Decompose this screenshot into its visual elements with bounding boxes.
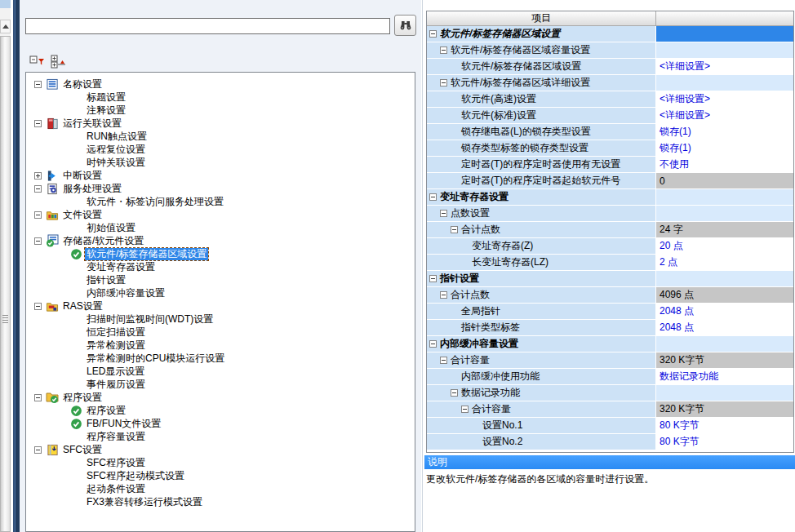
search-input[interactable] <box>25 18 390 34</box>
grid-item-cell[interactable]: 指针类型标签 <box>427 320 656 336</box>
tree-item[interactable]: 软元件/标签存储器区域设置 <box>26 247 415 260</box>
grid-item-cell[interactable]: 软元件/标签存储器区域设置 <box>427 26 656 42</box>
tree-item[interactable]: RAS设置 <box>26 299 415 313</box>
tree-item[interactable]: 程序设置 <box>26 404 415 417</box>
grid-item-cell[interactable]: 变址寄存器设置 <box>427 189 656 206</box>
tree-item[interactable]: 文件设置 <box>26 208 415 221</box>
tree-item[interactable]: SFC程序设置 <box>26 456 415 469</box>
tree-item[interactable]: RUN触点设置 <box>26 130 415 143</box>
tree-item[interactable]: 指针设置 <box>26 273 415 286</box>
collapse-icon[interactable] <box>34 211 42 219</box>
collapse-icon[interactable] <box>429 275 437 282</box>
grid-value-cell[interactable]: <详细设置> <box>656 108 793 124</box>
tree-item[interactable]: 异常检测时的CPU模块运行设置 <box>26 352 415 365</box>
tree-item[interactable]: 程序容量设置 <box>26 430 415 443</box>
tree-item[interactable]: 时钟关联设置 <box>26 156 415 169</box>
collapse-icon[interactable] <box>461 406 469 413</box>
tree-item[interactable]: 扫描时间监视时间(WDT)设置 <box>26 313 415 326</box>
tree-item[interactable]: SFC程序起动模式设置 <box>26 469 415 482</box>
grid-item-cell[interactable]: 软元件/标签存储器区域设置 <box>427 59 656 75</box>
grid-item-cell[interactable]: 变址寄存器(Z) <box>427 238 656 255</box>
grid-value-cell[interactable]: 80 K字节 <box>656 418 793 434</box>
collapse-icon[interactable] <box>34 81 42 88</box>
collapse-tree-button[interactable] <box>29 54 46 69</box>
collapse-icon[interactable] <box>34 237 42 245</box>
tree-item[interactable]: 名称设置 <box>26 78 415 91</box>
grid-item-cell[interactable]: 设置No.1 <box>427 418 656 434</box>
grid-item-cell[interactable]: 软元件/标签存储器区域详细设置 <box>427 75 656 91</box>
search-button[interactable] <box>394 15 416 36</box>
tree-item[interactable]: LED显示设置 <box>26 365 415 378</box>
collapse-icon[interactable] <box>440 210 447 217</box>
tree-item[interactable]: 远程复位设置 <box>26 143 415 156</box>
grid-item-cell[interactable]: 内部缓冲使用功能 <box>427 369 656 385</box>
tree-item[interactable]: 运行关联设置 <box>26 117 415 130</box>
tree-item[interactable]: 内部缓冲容量设置 <box>26 286 415 299</box>
grid-item-cell[interactable]: 设置No.2 <box>427 434 656 450</box>
grid-value-cell[interactable]: 锁存(1) <box>656 140 793 157</box>
grid-item-cell[interactable]: 合计容量 <box>427 352 656 369</box>
grid-value-cell[interactable] <box>656 26 793 42</box>
collapse-icon[interactable] <box>34 303 42 310</box>
collapse-icon[interactable] <box>34 394 42 401</box>
tree-item[interactable]: 服务处理设置 <box>26 182 415 195</box>
grid-value-cell[interactable]: <详细设置> <box>656 59 793 75</box>
grid-item-cell[interactable]: 长变址寄存器(LZ) <box>427 255 656 271</box>
tree-item[interactable]: 程序设置 <box>26 391 415 404</box>
grid-item-cell[interactable]: 全局指针 <box>427 304 656 320</box>
grid-value-cell[interactable]: 2048 点 <box>656 304 793 320</box>
collapse-icon[interactable] <box>451 389 458 397</box>
collapse-icon[interactable] <box>429 340 437 348</box>
tree-item[interactable]: 中断设置 <box>26 169 415 182</box>
tree-item[interactable]: 事件履历设置 <box>26 378 415 391</box>
grid-item-cell[interactable]: 指针设置 <box>427 271 656 287</box>
grid-value-cell[interactable]: 20 点 <box>656 238 793 255</box>
grid-value-cell[interactable]: 2 点 <box>656 255 793 271</box>
grid-item-cell[interactable]: 合计容量 <box>427 401 656 418</box>
grid-item-cell[interactable]: 软元件(高速)设置 <box>427 91 656 108</box>
tree-item[interactable]: 初始值设置 <box>26 221 415 234</box>
grid-item-cell[interactable]: 合计点数 <box>427 222 656 238</box>
grid-item-cell[interactable]: 软元件/标签存储器区域容量设置 <box>427 42 656 59</box>
collapse-icon[interactable] <box>429 30 437 38</box>
grid-item-cell[interactable]: 数据记录功能 <box>427 385 656 401</box>
grid-value-cell[interactable]: 不使用 <box>656 157 793 173</box>
grid-item-cell[interactable]: 点数设置 <box>427 206 656 222</box>
grid-item-cell[interactable]: 定时器(T)的程序定时器起始软元件号 <box>427 173 656 189</box>
tree-item[interactable]: 变址寄存器设置 <box>26 260 415 273</box>
expand-icon[interactable] <box>34 172 42 180</box>
tree-item[interactable]: 注释设置 <box>26 104 415 117</box>
expand-tree-button[interactable] <box>51 54 67 69</box>
tree-item[interactable]: 软元件・标签访问服务处理设置 <box>26 195 415 208</box>
collapse-icon[interactable] <box>440 47 447 54</box>
expand-pane-button[interactable] <box>0 20 11 33</box>
tree-item[interactable]: 标题设置 <box>26 91 415 104</box>
pane-splitter-track[interactable] <box>0 36 11 532</box>
collapse-icon[interactable] <box>440 357 447 364</box>
grid-value-cell[interactable]: <详细设置> <box>656 91 793 108</box>
tree-item[interactable]: FX3兼容转移运行模式设置 <box>26 495 415 508</box>
grid-value-cell[interactable]: 数据记录功能 <box>656 369 793 385</box>
tree-item[interactable]: FB/FUN文件设置 <box>26 417 415 430</box>
grid-value-cell[interactable]: 2048 点 <box>656 320 793 336</box>
panel-separator[interactable] <box>422 0 423 532</box>
grid-item-cell[interactable]: 锁存类型标签的锁存类型设置 <box>427 140 656 157</box>
collapse-icon[interactable] <box>440 291 447 299</box>
grid-item-cell[interactable]: 内部缓冲容量设置 <box>427 336 656 352</box>
grid-item-cell[interactable]: 软元件(标准)设置 <box>427 108 656 124</box>
grid-value-cell[interactable]: 锁存(1) <box>656 124 793 140</box>
collapse-icon[interactable] <box>440 79 447 86</box>
collapse-icon[interactable] <box>34 446 42 454</box>
collapse-icon[interactable] <box>34 185 42 193</box>
tree-item[interactable]: 恒定扫描设置 <box>26 326 415 339</box>
grid-item-cell[interactable]: 锁存继电器(L)的锁存类型设置 <box>427 124 656 140</box>
collapse-icon[interactable] <box>451 226 458 233</box>
collapse-icon[interactable] <box>34 120 42 127</box>
collapse-icon[interactable] <box>429 193 437 201</box>
tree-item[interactable]: 异常检测设置 <box>26 339 415 352</box>
grid-value-cell[interactable]: 80 K字节 <box>656 434 793 450</box>
tree-item[interactable]: SFC设置 <box>26 443 415 456</box>
tree-item[interactable]: 起动条件设置 <box>26 482 415 495</box>
grid-item-cell[interactable]: 定时器(T)的程序定时器使用有无设置 <box>427 157 656 173</box>
grid-item-cell[interactable]: 合计点数 <box>427 287 656 304</box>
